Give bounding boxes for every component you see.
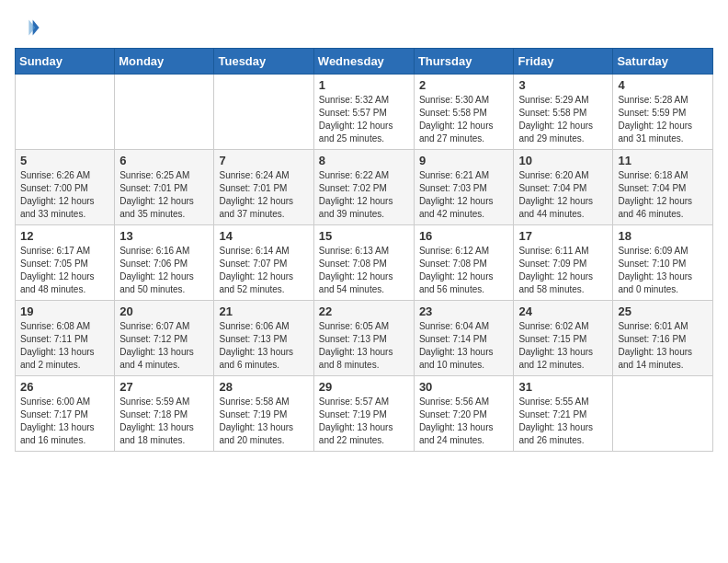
day-number: 18 xyxy=(618,229,708,243)
day-number: 9 xyxy=(419,154,509,167)
day-content: Sunrise: 5:29 AM Sunset: 5:58 PM Dayligh… xyxy=(518,94,608,145)
day-number: 10 xyxy=(518,154,608,167)
logo-icon xyxy=(15,15,40,40)
calendar-cell: 8Sunrise: 6:22 AM Sunset: 7:02 PM Daylig… xyxy=(313,150,414,225)
day-number: 8 xyxy=(319,154,409,167)
calendar-cell: 16Sunrise: 6:12 AM Sunset: 7:08 PM Dayli… xyxy=(414,225,514,301)
day-number: 25 xyxy=(618,304,708,318)
day-number: 14 xyxy=(219,229,308,243)
calendar-cell: 27Sunrise: 5:59 AM Sunset: 7:18 PM Dayli… xyxy=(115,376,214,452)
calendar-cell: 19Sunrise: 6:08 AM Sunset: 7:11 PM Dayli… xyxy=(16,301,115,376)
calendar-body: 1Sunrise: 5:32 AM Sunset: 5:57 PM Daylig… xyxy=(16,75,713,452)
weekday-header-wednesday: Wednesday xyxy=(313,49,414,75)
day-number: 17 xyxy=(518,229,608,243)
day-content: Sunrise: 6:21 AM Sunset: 7:03 PM Dayligh… xyxy=(419,169,509,221)
day-number: 28 xyxy=(219,380,308,394)
day-number: 20 xyxy=(119,304,209,318)
day-content: Sunrise: 5:30 AM Sunset: 5:58 PM Dayligh… xyxy=(419,94,509,145)
day-number: 13 xyxy=(119,229,209,243)
calendar-cell xyxy=(16,75,115,150)
day-number: 19 xyxy=(20,304,109,318)
calendar-cell: 11Sunrise: 6:18 AM Sunset: 7:04 PM Dayli… xyxy=(613,150,713,225)
calendar-cell xyxy=(214,75,313,150)
calendar-cell: 26Sunrise: 6:00 AM Sunset: 7:17 PM Dayli… xyxy=(16,376,115,452)
calendar-cell: 5Sunrise: 6:26 AM Sunset: 7:00 PM Daylig… xyxy=(16,150,115,225)
day-content: Sunrise: 6:20 AM Sunset: 7:04 PM Dayligh… xyxy=(518,169,608,221)
logo xyxy=(15,15,44,40)
calendar-cell: 22Sunrise: 6:05 AM Sunset: 7:13 PM Dayli… xyxy=(313,301,414,376)
day-content: Sunrise: 5:28 AM Sunset: 5:59 PM Dayligh… xyxy=(618,94,708,145)
day-number: 5 xyxy=(20,154,109,167)
day-number: 29 xyxy=(319,380,409,394)
day-content: Sunrise: 6:14 AM Sunset: 7:07 PM Dayligh… xyxy=(219,245,308,296)
day-content: Sunrise: 6:00 AM Sunset: 7:17 PM Dayligh… xyxy=(20,396,109,447)
calendar-week-4: 19Sunrise: 6:08 AM Sunset: 7:11 PM Dayli… xyxy=(16,301,713,376)
day-content: Sunrise: 6:22 AM Sunset: 7:02 PM Dayligh… xyxy=(319,169,409,221)
day-number: 11 xyxy=(618,154,708,167)
calendar-week-5: 26Sunrise: 6:00 AM Sunset: 7:17 PM Dayli… xyxy=(16,376,713,452)
day-number: 1 xyxy=(319,78,409,92)
calendar-cell: 21Sunrise: 6:06 AM Sunset: 7:13 PM Dayli… xyxy=(214,301,313,376)
day-content: Sunrise: 6:18 AM Sunset: 7:04 PM Dayligh… xyxy=(618,169,708,221)
calendar-cell: 9Sunrise: 6:21 AM Sunset: 7:03 PM Daylig… xyxy=(414,150,514,225)
calendar-cell: 24Sunrise: 6:02 AM Sunset: 7:15 PM Dayli… xyxy=(514,301,613,376)
calendar-cell: 25Sunrise: 6:01 AM Sunset: 7:16 PM Dayli… xyxy=(613,301,713,376)
weekday-header-row: SundayMondayTuesdayWednesdayThursdayFrid… xyxy=(16,49,713,75)
calendar-cell: 20Sunrise: 6:07 AM Sunset: 7:12 PM Dayli… xyxy=(115,301,214,376)
page-header xyxy=(15,15,713,40)
calendar-cell: 13Sunrise: 6:16 AM Sunset: 7:06 PM Dayli… xyxy=(115,225,214,301)
weekday-header-saturday: Saturday xyxy=(613,49,713,75)
day-number: 26 xyxy=(20,380,109,394)
day-content: Sunrise: 6:02 AM Sunset: 7:15 PM Dayligh… xyxy=(518,320,608,372)
day-content: Sunrise: 6:17 AM Sunset: 7:05 PM Dayligh… xyxy=(20,245,109,296)
day-content: Sunrise: 5:32 AM Sunset: 5:57 PM Dayligh… xyxy=(319,94,409,145)
day-content: Sunrise: 6:16 AM Sunset: 7:06 PM Dayligh… xyxy=(119,245,209,296)
day-content: Sunrise: 5:58 AM Sunset: 7:19 PM Dayligh… xyxy=(219,396,308,447)
day-content: Sunrise: 5:57 AM Sunset: 7:19 PM Dayligh… xyxy=(319,396,409,447)
day-content: Sunrise: 6:07 AM Sunset: 7:12 PM Dayligh… xyxy=(119,320,209,372)
calendar-cell: 1Sunrise: 5:32 AM Sunset: 5:57 PM Daylig… xyxy=(313,75,414,150)
weekday-header-friday: Friday xyxy=(514,49,613,75)
calendar-cell: 23Sunrise: 6:04 AM Sunset: 7:14 PM Dayli… xyxy=(414,301,514,376)
weekday-header-thursday: Thursday xyxy=(414,49,514,75)
day-number: 30 xyxy=(419,380,509,394)
calendar-week-2: 5Sunrise: 6:26 AM Sunset: 7:00 PM Daylig… xyxy=(16,150,713,225)
calendar-cell: 28Sunrise: 5:58 AM Sunset: 7:19 PM Dayli… xyxy=(214,376,313,452)
weekday-header-monday: Monday xyxy=(115,49,214,75)
calendar-cell: 10Sunrise: 6:20 AM Sunset: 7:04 PM Dayli… xyxy=(514,150,613,225)
calendar-cell: 2Sunrise: 5:30 AM Sunset: 5:58 PM Daylig… xyxy=(414,75,514,150)
day-content: Sunrise: 6:26 AM Sunset: 7:00 PM Dayligh… xyxy=(20,169,109,221)
calendar-week-1: 1Sunrise: 5:32 AM Sunset: 5:57 PM Daylig… xyxy=(16,75,713,150)
day-number: 7 xyxy=(219,154,308,167)
day-number: 23 xyxy=(419,304,509,318)
day-content: Sunrise: 6:09 AM Sunset: 7:10 PM Dayligh… xyxy=(618,245,708,296)
calendar-cell xyxy=(613,376,713,452)
day-content: Sunrise: 5:59 AM Sunset: 7:18 PM Dayligh… xyxy=(119,396,209,447)
day-content: Sunrise: 6:04 AM Sunset: 7:14 PM Dayligh… xyxy=(419,320,509,372)
day-content: Sunrise: 5:55 AM Sunset: 7:21 PM Dayligh… xyxy=(518,396,608,447)
day-content: Sunrise: 6:05 AM Sunset: 7:13 PM Dayligh… xyxy=(319,320,409,372)
calendar-cell xyxy=(115,75,214,150)
day-content: Sunrise: 6:11 AM Sunset: 7:09 PM Dayligh… xyxy=(518,245,608,296)
calendar-cell: 12Sunrise: 6:17 AM Sunset: 7:05 PM Dayli… xyxy=(16,225,115,301)
day-number: 6 xyxy=(119,154,209,167)
day-number: 12 xyxy=(20,229,109,243)
day-number: 15 xyxy=(319,229,409,243)
day-content: Sunrise: 6:25 AM Sunset: 7:01 PM Dayligh… xyxy=(119,169,209,221)
day-number: 16 xyxy=(419,229,509,243)
day-content: Sunrise: 6:12 AM Sunset: 7:08 PM Dayligh… xyxy=(419,245,509,296)
calendar-cell: 4Sunrise: 5:28 AM Sunset: 5:59 PM Daylig… xyxy=(613,75,713,150)
day-content: Sunrise: 6:13 AM Sunset: 7:08 PM Dayligh… xyxy=(319,245,409,296)
day-number: 31 xyxy=(518,380,608,394)
calendar-cell: 14Sunrise: 6:14 AM Sunset: 7:07 PM Dayli… xyxy=(214,225,313,301)
day-number: 24 xyxy=(518,304,608,318)
day-content: Sunrise: 6:24 AM Sunset: 7:01 PM Dayligh… xyxy=(219,169,308,221)
calendar-cell: 18Sunrise: 6:09 AM Sunset: 7:10 PM Dayli… xyxy=(613,225,713,301)
day-number: 27 xyxy=(119,380,209,394)
day-number: 3 xyxy=(518,78,608,92)
calendar-week-3: 12Sunrise: 6:17 AM Sunset: 7:05 PM Dayli… xyxy=(16,225,713,301)
day-number: 4 xyxy=(618,78,708,92)
calendar-cell: 29Sunrise: 5:57 AM Sunset: 7:19 PM Dayli… xyxy=(313,376,414,452)
calendar-cell: 7Sunrise: 6:24 AM Sunset: 7:01 PM Daylig… xyxy=(214,150,313,225)
day-content: Sunrise: 6:06 AM Sunset: 7:13 PM Dayligh… xyxy=(219,320,308,372)
